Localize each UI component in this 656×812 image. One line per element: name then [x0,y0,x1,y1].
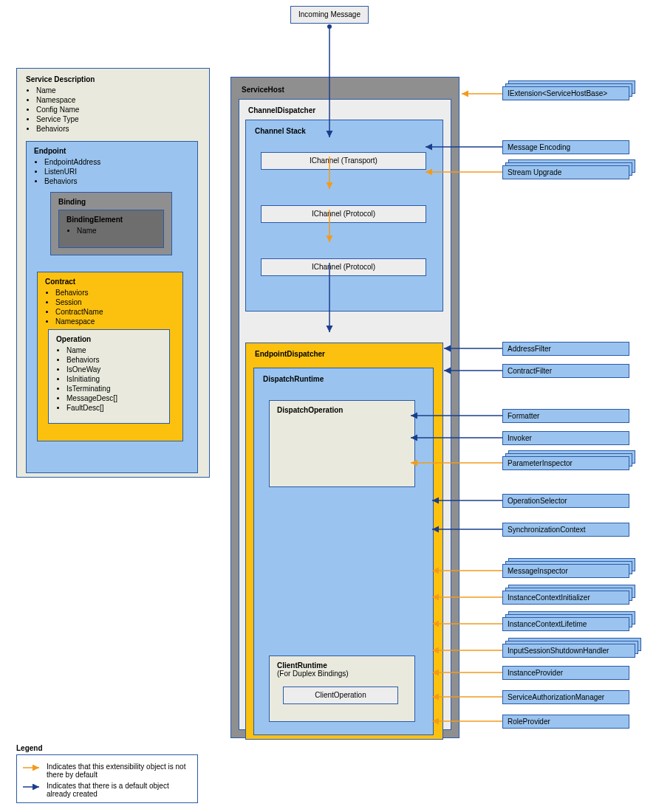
service-description-panel: Service Description Name Namespace Confi… [16,68,210,478]
ext-instctx-lifetime: InstanceContextLifetime [502,617,629,631]
ext-operation-selector: OperationSelector [502,494,629,508]
contract-items: Behaviors Session ContractName Namespace [41,288,180,326]
ext-invoker: Invoker [502,431,629,445]
ext-stream-upgrade: Stream Upgrade [502,165,629,179]
sd-item: Behaviors [36,124,205,134]
legend-orange-arrow-icon [23,765,42,771]
ct-item: Session [55,297,180,307]
ichannel-protocol-1-label: IChannel (Protocol) [262,206,426,221]
ep-item: Behaviors [44,176,194,186]
endpoint-panel: Endpoint EndpointAddress ListenURI Behav… [26,141,198,473]
ext-role-provider: RoleProvider [502,715,629,729]
client-operation-label: ClientOperation [284,687,397,703]
ichannel-protocol-2-label: IChannel (Protocol) [262,259,426,275]
servicehost-panel: ServiceHost ChannelDispatcher Channel St… [230,77,459,738]
op-item: Name [66,345,166,355]
ext-msg-inspector: MessageInspector [502,564,629,578]
op-item: Behaviors [66,355,166,365]
dispatch-runtime-panel: DispatchRuntime DispatchOperation Client… [253,368,434,735]
service-description-title: Service Description [21,73,205,86]
operation-items: Name Behaviors IsOneWay IsInitiating IsT… [52,345,166,413]
endpoint-items: EndpointAddress ListenURI Behaviors [30,157,194,186]
legend-orange-text: Indicates that this extensibility object… [47,763,191,779]
channel-stack-panel: Channel Stack IChannel (Transport) IChan… [245,120,443,312]
client-operation-panel: ClientOperation [283,687,398,704]
ct-item: Behaviors [55,288,180,297]
ext-inst-provider: InstanceProvider [502,666,629,680]
dispatch-operation-panel: DispatchOperation [269,400,415,487]
ext-msg-encoding: Message Encoding [502,140,629,154]
ichannel-transport: IChannel (Transport) [261,152,426,170]
ichannel-protocol-1: IChannel (Protocol) [261,205,426,223]
svg-point-0 [327,24,332,29]
channel-stack-title: Channel Stack [250,125,438,137]
legend-title: Legend [16,744,43,752]
legend-blue-text: Indicates that there is a default object… [47,782,191,798]
binding-element-title: BindingElement [62,213,160,226]
client-runtime-panel: ClientRuntime (For Duplex Bindings) Clie… [269,656,415,722]
contract-panel: Contract Behaviors Session ContractName … [37,272,183,441]
be-item: Name [77,226,160,235]
ext-contract-filter: ContractFilter [502,364,629,378]
ext-address-filter: AddressFilter [502,342,629,356]
binding-panel: Binding BindingElement Name [50,192,172,255]
channel-dispatcher-title: ChannelDispatcher [244,104,446,117]
incoming-message-box: Incoming Message [290,6,369,24]
operation-title: Operation [52,333,166,345]
op-item: FaultDesc[] [66,403,166,413]
ep-item: ListenURI [44,167,194,176]
op-item: IsOneWay [66,365,166,374]
servicehost-title: ServiceHost [237,83,453,96]
sd-item: Service Type [36,114,205,124]
binding-element-items: Name [62,226,160,235]
ext-input-sess-shutdown: InputSessionShutdownHandler [502,644,635,658]
sd-item: Namespace [36,95,205,105]
legend-box: Indicates that this extensibility object… [16,754,198,803]
operation-panel: Operation Name Behaviors IsOneWay IsInit… [48,329,170,424]
legend-row-blue: Indicates that there is a default object… [23,782,191,798]
client-runtime-title: ClientRuntime [273,659,411,670]
ct-item: Namespace [55,317,180,326]
binding-element-panel: BindingElement Name [58,210,164,248]
ichannel-protocol-2: IChannel (Protocol) [261,258,426,276]
ext-sync-context: SynchronizationContext [502,523,629,537]
ext-svc-authz-mgr: ServiceAuthorizationManager [502,690,629,704]
ext-iextension: IExtension<ServiceHostBase> [502,86,629,100]
endpoint-dispatcher-panel: EndpointDispatcher DispatchRuntime Dispa… [245,343,443,740]
dispatch-operation-title: DispatchOperation [273,404,411,416]
ct-item: ContractName [55,307,180,317]
legend-blue-arrow-icon [23,784,42,790]
sd-item: Name [36,86,205,95]
channel-dispatcher-panel: ChannelDispatcher Channel Stack IChannel… [239,99,451,730]
client-runtime-subtitle: (For Duplex Bindings) [273,670,411,678]
legend-row-orange: Indicates that this extensibility object… [23,763,191,779]
ichannel-transport-label: IChannel (Transport) [262,153,426,168]
incoming-message-label: Incoming Message [291,7,368,22]
sd-item: Config Name [36,105,205,114]
dispatch-runtime-title: DispatchRuntime [259,373,428,385]
contract-title: Contract [41,275,180,288]
endpoint-dispatcher-title: EndpointDispatcher [250,348,438,360]
ep-item: EndpointAddress [44,157,194,167]
ext-instctx-init: InstanceContextInitializer [502,591,629,605]
ext-formatter: Formatter [502,409,629,423]
op-item: MessageDesc[] [66,393,166,403]
binding-title: Binding [54,196,168,208]
ext-param-inspector: ParameterInspector [502,456,629,470]
service-description-items: Name Namespace Config Name Service Type … [21,86,205,134]
op-item: IsTerminating [66,384,166,393]
op-item: IsInitiating [66,374,166,384]
endpoint-title: Endpoint [30,145,194,157]
